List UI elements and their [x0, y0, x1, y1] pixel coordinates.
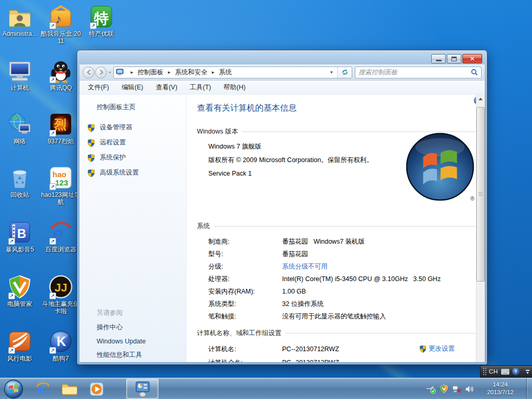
- taskbar-internet-explorer-button[interactable]: e: [29, 378, 56, 399]
- desktop-icon-administrator[interactable]: Administra...: [0, 4, 41, 37]
- sidebar-item-system-protection[interactable]: 系统保护: [87, 153, 186, 162]
- system-page-icon: [116, 68, 124, 76]
- desktop-icon-label: 计算机: [0, 84, 41, 91]
- shortcut-arrow-icon: [49, 76, 56, 83]
- safely-remove-hardware-icon[interactable]: [426, 384, 436, 394]
- desktop-icon-kugou[interactable]: K 酷狗7: [40, 329, 82, 362]
- desktop-icon-label: 网络: [0, 138, 41, 145]
- desktop-icon-label: 9377烈焰: [40, 138, 82, 145]
- menu-bar: 文件(F) 编辑(E) 查看(V) 工具(T) 帮助(H): [79, 81, 485, 95]
- svg-text:B: B: [17, 227, 26, 241]
- windows-start-orb-icon: [4, 379, 23, 399]
- language-bar-grip[interactable]: [483, 367, 486, 376]
- back-arrow-icon: [86, 69, 92, 75]
- sidebar-item-action-center[interactable]: 操作中心: [97, 323, 146, 332]
- caption-buttons: ✕: [431, 54, 482, 63]
- taskbar-clock[interactable]: 14:24 2013/7/12: [477, 381, 524, 396]
- breadcrumb-system-security[interactable]: 系统和安全: [175, 67, 208, 78]
- sidebar-item-windows-update[interactable]: Windows Update: [97, 338, 146, 345]
- maximize-button[interactable]: [447, 54, 461, 63]
- desktop-icon-baidu-browser[interactable]: e 百度浏览器: [40, 220, 82, 253]
- svg-text:JJ: JJ: [55, 281, 67, 294]
- sidebar-item-control-panel-home[interactable]: 控制面板主页: [97, 103, 186, 112]
- language-options-button[interactable]: ▬▼: [526, 368, 530, 375]
- scroll-up-button[interactable]: [476, 95, 485, 103]
- menu-view[interactable]: 查看(V): [156, 83, 178, 92]
- recent-pages-dropdown[interactable]: ▼: [108, 71, 112, 74]
- sidebar-item-device-manager[interactable]: 设备管理器: [87, 123, 186, 132]
- taskbar-control-panel-window-button[interactable]: [126, 379, 158, 399]
- arrow-up-icon: [478, 98, 483, 100]
- desktop-icon-hao123[interactable]: hao123 hao123网址导航: [40, 165, 82, 206]
- desktop-icon-pc-manager[interactable]: 电脑管家: [0, 274, 41, 308]
- change-settings-link[interactable]: 更改设置: [419, 344, 455, 353]
- desktop-icon-funshion[interactable]: 风行电影: [0, 329, 41, 362]
- taskbar-pinned-icons: e: [29, 378, 110, 399]
- svg-text:123: 123: [55, 178, 68, 187]
- refresh-button[interactable]: [338, 67, 352, 78]
- sidebar: 控制面板主页 设备管理器 远程设置 系统保护 高级系统设置: [79, 95, 187, 362]
- show-desktop-button[interactable]: [526, 378, 532, 399]
- desktop-icon-9377[interactable]: 烈 9377烈焰: [40, 112, 82, 145]
- desktop-icon-baofeng[interactable]: B 暴风影音5: [0, 220, 41, 253]
- network-disconnected-icon[interactable]: [452, 384, 461, 393]
- address-dropdown-button[interactable]: ▼: [326, 70, 337, 75]
- taskbar-explorer-button[interactable]: [56, 378, 83, 399]
- vertical-scrollbar[interactable]: [476, 95, 485, 362]
- breadcrumb-separator-icon: ►: [211, 70, 215, 75]
- folder-icon: [61, 382, 78, 396]
- scrollbar-thumb[interactable]: [476, 107, 485, 282]
- desktop-icon-techan[interactable]: 特 特产优联: [81, 4, 122, 37]
- keyboard-icon[interactable]: [501, 368, 510, 375]
- back-button[interactable]: [83, 66, 95, 78]
- desktop-icon-kuwo[interactable]: ♪ 酷我音乐盒 2011: [40, 4, 82, 45]
- system-row-type: 系统类型:32 位操作系统: [208, 298, 481, 310]
- menu-help[interactable]: 帮助(H): [223, 83, 245, 92]
- registered-trademark: ®: [470, 195, 474, 202]
- cname-row-computer-name: 计算机名: PC--20130712RWZ 更改设置: [208, 342, 481, 356]
- uac-shield-icon: [87, 139, 95, 147]
- start-button[interactable]: [3, 379, 24, 399]
- search-icon[interactable]: [471, 69, 478, 76]
- language-help-icon[interactable]: ?: [512, 368, 520, 375]
- breadcrumb-system[interactable]: 系统: [218, 67, 232, 78]
- rating-unavailable-link[interactable]: 系统分级不可用: [282, 262, 328, 271]
- desktop-icon-doudizhu[interactable]: JJ 斗地主赢充值卡啦: [40, 274, 82, 315]
- desktop-icon-recycle-bin[interactable]: 回收站: [0, 165, 41, 198]
- desktop-icon-label: 斗地主赢充值卡啦: [40, 300, 82, 315]
- system-row-rating: 分级:系统分级不可用: [208, 260, 481, 273]
- recycle-bin-icon: [7, 165, 32, 190]
- desktop-icon-label: 风行电影: [0, 355, 41, 362]
- menu-file[interactable]: 文件(F): [88, 83, 109, 92]
- minimize-button[interactable]: [431, 54, 446, 63]
- search-input[interactable]: [358, 69, 471, 76]
- menu-edit[interactable]: 编辑(E): [122, 83, 143, 92]
- see-also-section: 另请参阅 操作中心 Windows Update 性能信息和工具: [97, 309, 146, 362]
- address-bar[interactable]: ► 控制面板 ► 系统和安全 ► 系统 ▼: [113, 66, 352, 78]
- taskbar-media-player-button[interactable]: [83, 378, 110, 399]
- volume-icon[interactable]: [465, 385, 474, 393]
- desktop-icon-network[interactable]: 网络: [0, 112, 41, 145]
- pc-manager-tray-shield-icon[interactable]: [440, 384, 448, 393]
- shortcut-arrow-icon: [49, 347, 56, 354]
- desktop-icon-qq[interactable]: 腾讯QQ: [40, 58, 82, 91]
- forward-button[interactable]: [95, 66, 107, 78]
- uac-shield-icon: [419, 345, 427, 353]
- language-indicator[interactable]: CH: [489, 368, 498, 375]
- desktop-icon-label: Administra...: [0, 30, 41, 37]
- pc-manager-shield-icon: [7, 274, 32, 299]
- desktop-icon-computer[interactable]: 计算机: [0, 58, 41, 91]
- desktop-icon-label: 酷狗7: [40, 355, 82, 362]
- scroll-down-button[interactable]: [476, 361, 485, 362]
- menu-tools[interactable]: 工具(T): [190, 83, 211, 92]
- close-button[interactable]: ✕: [462, 54, 482, 63]
- sidebar-item-remote-settings[interactable]: 远程设置: [87, 138, 186, 147]
- breadcrumb-control-panel[interactable]: 控制面板: [137, 67, 164, 78]
- svg-text:hao: hao: [52, 170, 66, 179]
- sidebar-item-advanced-settings[interactable]: 高级系统设置: [87, 168, 186, 177]
- shortcut-arrow-icon: [49, 292, 56, 299]
- desktop-icon-label: 特产优联: [81, 30, 122, 37]
- sidebar-item-label: 远程设置: [100, 138, 126, 147]
- main-pane: ? 查看有关计算机的基本信息 Windows 版本 Windows 7 旗舰版 …: [187, 95, 485, 362]
- sidebar-item-performance-tools[interactable]: 性能信息和工具: [97, 351, 146, 360]
